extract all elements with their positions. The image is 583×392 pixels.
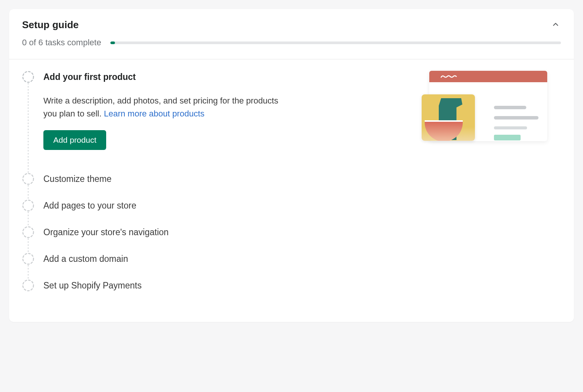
task-item-add-product: Add your first product Write a descripti… xyxy=(22,71,561,173)
task-checkbox[interactable] xyxy=(22,71,34,83)
task-content: Organize your store's navigation xyxy=(43,226,561,238)
task-checkbox[interactable] xyxy=(22,199,34,212)
progress-text: 0 of 6 tasks complete xyxy=(22,38,101,48)
svg-point-3 xyxy=(23,227,33,237)
task-item-customize-theme: Customize theme xyxy=(22,173,561,199)
task-description: Write a description, add photos, and set… xyxy=(43,94,279,120)
task-title[interactable]: Add your first product xyxy=(43,72,561,83)
task-content: Set up Shopify Payments xyxy=(43,279,561,292)
svg-point-0 xyxy=(23,72,33,82)
dashed-circle-icon xyxy=(22,226,34,238)
progress-bar xyxy=(110,41,561,44)
task-checkbox[interactable] xyxy=(22,173,34,185)
learn-more-link[interactable]: Learn more about products xyxy=(104,109,204,118)
task-checkbox[interactable] xyxy=(22,253,34,265)
dashed-circle-icon xyxy=(22,199,34,212)
task-content: Add pages to your store xyxy=(43,199,561,212)
add-product-button[interactable]: Add product xyxy=(43,130,106,150)
task-title[interactable]: Add a custom domain xyxy=(43,253,561,265)
setup-guide-card: Setup guide 0 of 6 tasks complete xyxy=(9,9,574,322)
task-checkbox[interactable] xyxy=(22,279,34,292)
progress-row: 0 of 6 tasks complete xyxy=(22,38,561,48)
task-content: Add a custom domain xyxy=(43,253,561,265)
task-title[interactable]: Add pages to your store xyxy=(43,200,561,212)
task-item-custom-domain: Add a custom domain xyxy=(22,253,561,279)
task-item-add-pages: Add pages to your store xyxy=(22,199,561,226)
task-item-shopify-payments: Set up Shopify Payments xyxy=(22,279,561,306)
dashed-circle-icon xyxy=(22,279,34,292)
task-item-organize-navigation: Organize your store's navigation xyxy=(22,226,561,253)
svg-point-5 xyxy=(23,280,33,291)
task-list: Add your first product Write a descripti… xyxy=(22,71,561,306)
dashed-circle-icon xyxy=(22,253,34,265)
card-header: Setup guide 0 of 6 tasks complete xyxy=(9,9,574,59)
card-title: Setup guide xyxy=(22,19,561,31)
task-title[interactable]: Customize theme xyxy=(43,174,561,185)
dashed-circle-icon xyxy=(22,173,34,185)
task-content: Customize theme xyxy=(43,173,561,185)
task-checkbox[interactable] xyxy=(22,226,34,238)
card-body: Add your first product Write a descripti… xyxy=(9,59,574,322)
svg-point-4 xyxy=(23,253,33,264)
dashed-circle-icon xyxy=(22,71,34,83)
svg-point-2 xyxy=(23,200,33,211)
collapse-button[interactable] xyxy=(550,19,561,30)
task-title[interactable]: Organize your store's navigation xyxy=(43,227,561,238)
task-content: Add your first product Write a descripti… xyxy=(43,71,561,150)
task-title[interactable]: Set up Shopify Payments xyxy=(43,280,561,292)
progress-fill xyxy=(110,41,115,44)
svg-point-1 xyxy=(23,174,33,184)
chevron-up-icon xyxy=(551,20,560,29)
